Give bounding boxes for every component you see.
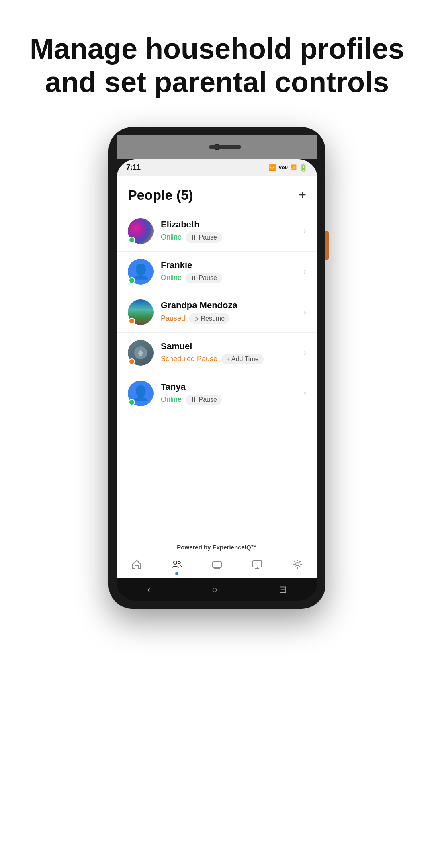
nav-settings[interactable] xyxy=(292,559,303,572)
phone-top-bar xyxy=(117,135,317,159)
person-name: Elizabeth xyxy=(161,219,300,230)
powered-by-text: Powered by ExperienceIQ™ xyxy=(117,538,317,554)
nav-people[interactable] xyxy=(171,559,182,572)
person-name: Tanya xyxy=(161,382,300,392)
android-nav-bar: ‹ ○ ⊟ xyxy=(117,578,317,601)
back-button[interactable]: ‹ xyxy=(147,584,150,595)
person-status-row: Online ⏸ Pause xyxy=(161,273,300,283)
pause-button[interactable]: ⏸ Pause xyxy=(186,273,222,283)
bottom-footer: Powered by ExperienceIQ™ xyxy=(117,538,317,578)
status-text: Online xyxy=(161,274,182,282)
app-content: People (5) + Elizabeth Online ⏸ Pause xyxy=(117,176,317,538)
person-info: Grandpa Mendoza Paused ▷ Resume xyxy=(161,300,300,324)
status-text: Online xyxy=(161,233,182,242)
resume-button[interactable]: ▷ Resume xyxy=(189,313,229,324)
nav-devices[interactable] xyxy=(211,559,223,572)
avatar xyxy=(128,218,154,244)
chevron-right-icon: › xyxy=(303,307,306,317)
status-bar: 7:11 🛜 Vo0 📶 🔋 xyxy=(117,159,317,176)
person-status-row: Paused ▷ Resume xyxy=(161,313,300,324)
nav-screen[interactable] xyxy=(252,559,263,572)
speaker-bar xyxy=(209,145,241,149)
status-indicator xyxy=(129,277,135,284)
chevron-right-icon: › xyxy=(303,348,306,358)
avatar: 👤 xyxy=(128,259,154,285)
person-status-row: Scheduled Pause + Add Time xyxy=(161,354,300,364)
svg-point-6 xyxy=(296,563,299,566)
person-name: Frankie xyxy=(161,260,300,270)
samuel-avatar-icon xyxy=(133,346,148,360)
table-row[interactable]: Samuel Scheduled Pause + Add Time › xyxy=(117,333,317,373)
people-icon xyxy=(171,559,182,572)
avatar: 👤 xyxy=(128,381,154,406)
brand-name: ExperienceIQ™ xyxy=(213,544,257,551)
svg-point-2 xyxy=(174,561,177,564)
app-header: People (5) + xyxy=(117,176,317,211)
person-status-row: Online ⏸ Pause xyxy=(161,395,300,405)
person-info: Frankie Online ⏸ Pause xyxy=(161,260,300,283)
phone-shell: 7:11 🛜 Vo0 📶 🔋 People (5) + xyxy=(108,127,326,609)
people-count-title: People (5) xyxy=(128,187,193,203)
person-name: Samuel xyxy=(161,341,300,352)
settings-icon xyxy=(292,559,303,572)
phone-screen: 7:11 🛜 Vo0 📶 🔋 People (5) + xyxy=(117,159,317,601)
table-row[interactable]: 👤 Frankie Online ⏸ Pause › xyxy=(117,252,317,292)
active-indicator xyxy=(175,572,178,575)
person-status-row: Online ⏸ Pause xyxy=(161,232,300,243)
avatar xyxy=(128,299,154,325)
table-row[interactable]: 👤 Tanya Online ⏸ Pause › xyxy=(117,373,317,414)
table-row[interactable]: Elizabeth Online ⏸ Pause › xyxy=(117,211,317,252)
status-indicator xyxy=(129,237,135,243)
pause-button[interactable]: ⏸ Pause xyxy=(186,232,222,243)
status-indicator xyxy=(129,399,135,405)
home-icon xyxy=(131,559,142,572)
status-text: Scheduled Pause xyxy=(161,355,217,363)
pause-button[interactable]: ⏸ Pause xyxy=(186,395,222,405)
status-text: Paused xyxy=(161,314,185,323)
chevron-right-icon: › xyxy=(303,226,306,236)
devices-icon xyxy=(211,559,223,572)
status-icons: 🛜 Vo0 📶 🔋 xyxy=(268,163,308,172)
person-info: Samuel Scheduled Pause + Add Time xyxy=(161,341,300,364)
status-time: 7:11 xyxy=(126,163,141,172)
svg-rect-1 xyxy=(139,354,142,356)
recents-button[interactable]: ⊟ xyxy=(279,584,287,595)
people-list: Elizabeth Online ⏸ Pause › 👤 xyxy=(117,211,317,414)
page-title: Manage household profiles and set parent… xyxy=(6,32,428,99)
svg-rect-5 xyxy=(253,561,262,567)
home-button[interactable]: ○ xyxy=(212,584,218,595)
status-text: Online xyxy=(161,395,182,404)
svg-rect-4 xyxy=(213,562,221,567)
add-person-button[interactable]: + xyxy=(299,188,306,201)
chevron-right-icon: › xyxy=(303,266,306,277)
person-info: Elizabeth Online ⏸ Pause xyxy=(161,219,300,243)
nav-home[interactable] xyxy=(131,559,142,572)
status-indicator xyxy=(129,318,135,324)
add-time-button[interactable]: + Add Time xyxy=(221,354,264,364)
screen-icon xyxy=(252,559,263,572)
person-info: Tanya Online ⏸ Pause xyxy=(161,382,300,405)
table-row[interactable]: Grandpa Mendoza Paused ▷ Resume › xyxy=(117,292,317,333)
chevron-right-icon: › xyxy=(303,388,306,399)
bottom-nav xyxy=(117,554,317,578)
person-name: Grandpa Mendoza xyxy=(161,300,300,311)
avatar xyxy=(128,340,154,366)
status-indicator xyxy=(129,358,135,365)
svg-point-3 xyxy=(178,561,180,564)
